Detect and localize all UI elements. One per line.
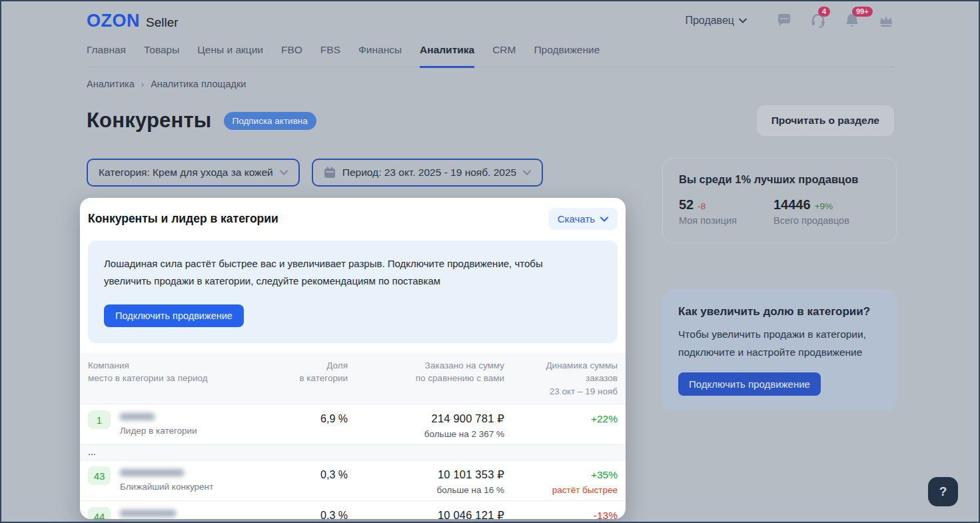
total-sellers-label: Всего продавцов: [773, 215, 868, 226]
share-value: 0,3 %: [271, 507, 348, 519]
main-nav: Главная Товары Цены и акции FBO FBS Фина…: [87, 44, 894, 67]
promotion-banner: Лошадиная сила растёт быстрее вас и увел…: [88, 241, 618, 343]
tab-promotion[interactable]: Продвижение: [534, 44, 600, 67]
chevron-down-icon: [739, 18, 747, 23]
support-headset-icon[interactable]: 4: [810, 13, 826, 29]
rank-badge: 1: [88, 410, 111, 429]
download-label: Скачать: [558, 213, 595, 225]
category-filter[interactable]: Категория: Крем для ухода за кожей: [87, 159, 300, 187]
tab-fbo[interactable]: FBO: [281, 44, 302, 67]
seller-logo-suffix: Seller: [146, 15, 179, 30]
col-share-sub: в категории: [271, 372, 348, 385]
table-row[interactable]: 44 Ближайший конкурент 0,3 % 10 046 121 …: [80, 500, 626, 519]
premium-crown-icon[interactable]: [878, 13, 894, 29]
account-label: Продавец: [685, 15, 734, 27]
my-position-label: Моя позиция: [679, 215, 773, 226]
promotion-banner-text: Лошадиная сила растёт быстрее вас и увел…: [104, 255, 590, 290]
competitors-card-title: Конкуренты и лидер в категории: [88, 212, 278, 226]
page-title: Конкуренты: [87, 109, 212, 133]
ozon-logo: OZON: [87, 11, 140, 31]
download-button[interactable]: Скачать: [548, 208, 618, 230]
sum-value: 10 046 121 ₽: [354, 507, 504, 519]
breadcrumb-analytics[interactable]: Аналитика: [87, 79, 135, 89]
tab-main[interactable]: Главная: [87, 44, 126, 67]
ozon-seller-logo[interactable]: OZON Seller: [87, 11, 179, 31]
calendar-icon: [324, 167, 336, 179]
company-role: Лидер в категории: [120, 426, 197, 436]
tab-products[interactable]: Товары: [144, 44, 179, 67]
competitors-table: Компания место в категории за период Дол…: [80, 353, 626, 520]
increase-share-text: Чтобы увеличить продажи в категории, под…: [678, 325, 881, 361]
notifications-bell-icon[interactable]: 99+: [844, 13, 860, 29]
category-filter-label: Категория: Крем для ухода за кожей: [99, 167, 273, 179]
notifications-badge: 99+: [852, 7, 873, 17]
share-value: 0,3 %: [271, 466, 348, 481]
filters: Категория: Крем для ухода за кожей Перио…: [87, 159, 543, 187]
help-button[interactable]: ?: [928, 477, 958, 506]
total-sellers-value: 14446: [773, 197, 811, 213]
account-dropdown[interactable]: Продавец: [685, 15, 747, 27]
chevron-down-icon: [280, 170, 288, 175]
col-ordered-title: Заказано на сумму: [354, 359, 504, 372]
seller-rank-card: Вы среди 1% лучших продавцов 52 -8 Моя п…: [662, 158, 897, 243]
table-ellipsis-row: ...: [80, 444, 626, 460]
col-dynamics-sub: заказов: [511, 372, 618, 385]
sum-value: 10 101 353 ₽: [354, 466, 504, 481]
sum-value: 214 900 781 ₽: [354, 410, 504, 425]
col-dynamics-period: 23 окт – 19 нояб: [511, 385, 618, 398]
sum-note: больше на 2 367 %: [354, 429, 504, 439]
about-section-button[interactable]: Прочитать о разделе: [757, 105, 894, 136]
rank-badge: 43: [88, 466, 111, 485]
enable-promotion-button[interactable]: Подключить продвижение: [104, 304, 244, 327]
tab-fbs[interactable]: FBS: [320, 44, 340, 67]
increase-share-card: Как увеличить долю в категории? Чтобы ув…: [662, 289, 897, 411]
my-position-value: 52: [679, 197, 694, 213]
dynamics-value: -13%: [511, 507, 618, 519]
company-name-blurred: [120, 510, 176, 517]
chat-icon[interactable]: [776, 13, 792, 29]
breadcrumb-separator-icon: ›: [141, 79, 144, 89]
increase-share-title: Как увеличить долю в категории?: [678, 305, 881, 318]
topbar: OZON Seller Продавец 4 99+: [87, 1, 894, 40]
rank-card-title: Вы среди 1% лучших продавцов: [679, 173, 880, 186]
competitors-card: Конкуренты и лидер в категории Скачать Л…: [80, 198, 626, 519]
dynamics-value: +22%: [511, 410, 618, 425]
table-header: Компания место в категории за период Дол…: [80, 353, 626, 404]
breadcrumb-marketplace-analytics[interactable]: Аналитика площадки: [151, 79, 246, 89]
sum-note: больше на 16 %: [354, 485, 504, 495]
support-badge: 4: [818, 7, 830, 17]
table-row[interactable]: 1 Лидер в категории 6,9 % 214 900 781 ₽ …: [80, 404, 626, 444]
tab-finance[interactable]: Финансы: [358, 44, 402, 67]
period-filter[interactable]: Период: 23 окт. 2025 - 19 нояб. 2025: [312, 159, 543, 187]
chevron-down-icon: [600, 217, 608, 222]
share-value: 6,9 %: [271, 410, 348, 425]
col-company-title: Компания: [88, 359, 264, 372]
enable-promotion-sidebar-button[interactable]: Подключить продвижение: [678, 372, 821, 396]
col-company-sub: место в категории за период: [88, 372, 264, 385]
tab-crm[interactable]: CRM: [492, 44, 516, 67]
subscription-badge: Подписка активна: [224, 112, 316, 130]
col-ordered-sub: по сравнению с вами: [354, 372, 504, 385]
company-name-blurred: [120, 413, 155, 420]
rank-badge: 44: [88, 507, 111, 519]
tab-analytics[interactable]: Аналитика: [420, 44, 474, 68]
dynamics-note: растёт быстрее: [511, 485, 618, 495]
breadcrumb: Аналитика › Аналитика площадки: [87, 79, 246, 89]
my-position-delta: -8: [698, 201, 706, 211]
tab-prices-promos[interactable]: Цены и акции: [197, 44, 263, 67]
table-row[interactable]: 43 Ближайший конкурент 0,3 % 10 101 353 …: [80, 460, 626, 500]
company-name-blurred: [120, 469, 184, 476]
period-filter-label: Период: 23 окт. 2025 - 19 нояб. 2025: [342, 167, 516, 179]
chevron-down-icon: [523, 170, 531, 175]
dynamics-value: +35%: [511, 466, 618, 481]
total-sellers-delta: +9%: [815, 201, 833, 211]
col-dynamics-title: Динамика суммы: [511, 359, 618, 372]
col-share-title: Доля: [271, 359, 348, 372]
company-role: Ближайший конкурент: [120, 482, 213, 492]
title-row: Конкуренты Подписка активна Прочитать о …: [87, 105, 894, 136]
